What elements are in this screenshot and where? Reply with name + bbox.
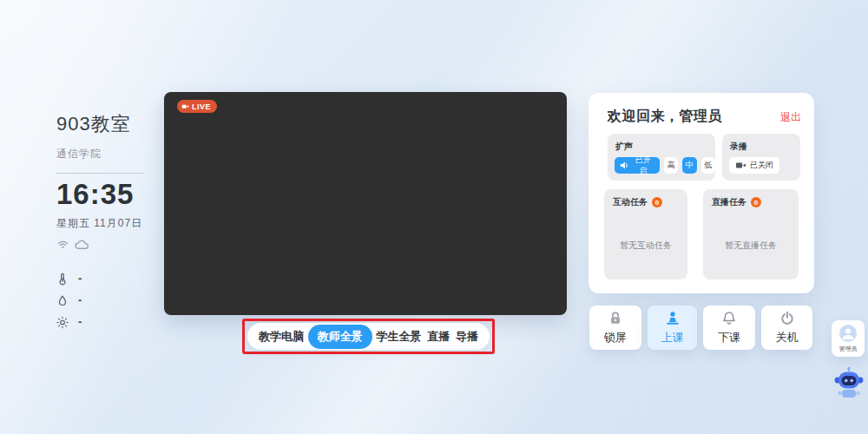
lock-screen-label: 锁屏 — [604, 330, 627, 345]
department-name: 通信学院 — [56, 147, 169, 161]
end-class-label: 下课 — [718, 330, 740, 345]
control-panel: 欢迎回来，管理员 退出 扩声 已开启 高 中 低 录播 — [589, 93, 814, 293]
user-name: 管理员 — [839, 345, 858, 353]
shutdown-button[interactable]: 关机 — [761, 306, 812, 350]
tab-teacher-panorama[interactable]: 教师全景 — [308, 325, 372, 349]
status-icons-row — [56, 239, 169, 251]
welcome-text: 欢迎回来，管理员 — [608, 108, 722, 126]
live-task-empty-text: 暂无直播任务 — [703, 240, 799, 252]
amplify-card: 扩声 已开启 高 中 低 — [608, 134, 715, 181]
live-badge: LIVE — [177, 100, 217, 113]
wifi-icon — [56, 239, 69, 251]
avatar — [839, 325, 857, 342]
user-card[interactable]: 管理员 — [832, 320, 865, 357]
humidity-icon — [56, 294, 69, 307]
logout-link[interactable]: 退出 — [780, 110, 801, 125]
amplify-status-label: 已开启 — [632, 155, 654, 177]
level-low-button[interactable]: 低 — [701, 157, 715, 174]
video-preview[interactable]: LIVE — [164, 92, 567, 315]
power-icon — [779, 311, 795, 326]
environment-list: - - - — [56, 272, 169, 329]
interactive-task-card: 互动任务 0 暂无互动任务 — [604, 189, 687, 279]
level-medium-button[interactable]: 中 — [682, 157, 696, 174]
brightness-icon — [56, 316, 69, 329]
humidity-value: - — [78, 294, 82, 306]
level-high-button[interactable]: 高 — [664, 157, 678, 174]
record-status-button[interactable]: 已关闭 — [729, 157, 779, 174]
thermometer-icon — [56, 273, 69, 286]
temperature-value: - — [78, 273, 82, 285]
brightness-row: - — [56, 315, 169, 329]
lock-screen-button[interactable]: 锁屏 — [589, 306, 641, 350]
start-class-button[interactable]: 上课 — [648, 306, 697, 350]
tab-teaching-pc[interactable]: 教学电脑 — [257, 326, 306, 348]
camcorder-icon — [735, 161, 746, 170]
live-label: LIVE — [192, 102, 211, 111]
classroom-control-screen: 903教室 通信学院 16:35 星期五 11月07日 - — [0, 0, 868, 434]
live-task-card: 直播任务 0 暂无直播任务 — [703, 189, 799, 279]
broadcast-icon — [181, 102, 189, 110]
live-task-count-badge: 0 — [751, 197, 761, 207]
interactive-task-title: 互动任务 — [613, 196, 648, 208]
cloud-icon — [75, 239, 89, 251]
bell-icon — [721, 311, 737, 326]
amplify-status-button[interactable]: 已开启 — [615, 157, 660, 174]
shutdown-label: 关机 — [776, 330, 799, 345]
amplify-title: 扩声 — [615, 141, 633, 153]
start-class-label: 上课 — [661, 330, 684, 345]
temperature-row: - — [56, 272, 169, 286]
sidebar-divider — [56, 173, 143, 174]
record-card: 录播 已关闭 — [722, 134, 800, 181]
clock-time: 16:35 — [56, 178, 169, 211]
humidity-row: - — [56, 293, 169, 307]
lecturer-icon — [664, 311, 681, 326]
tab-live-stream[interactable]: 直播 — [425, 326, 451, 348]
interactive-task-count-badge: 0 — [652, 197, 662, 207]
live-task-title: 直播任务 — [712, 196, 746, 208]
clock-date: 星期五 11月07日 — [56, 216, 169, 231]
tab-director[interactable]: 导播 — [454, 326, 480, 348]
brightness-value: - — [78, 316, 82, 328]
record-title: 录播 — [730, 141, 747, 153]
room-name: 903教室 — [56, 111, 169, 137]
record-status-label: 已关闭 — [750, 160, 773, 171]
lock-icon — [608, 311, 623, 326]
tab-student-panorama[interactable]: 学生全景 — [375, 326, 424, 348]
end-class-button[interactable]: 下课 — [703, 306, 755, 350]
camera-tab-bar: 教学电脑 教师全景 学生全景 直播 导播 — [247, 323, 490, 350]
interactive-task-empty-text: 暂无互动任务 — [604, 240, 687, 252]
assistant-robot-icon[interactable] — [833, 366, 865, 401]
sidebar: 903教室 通信学院 16:35 星期五 11月07日 - — [56, 111, 169, 329]
speaker-icon — [620, 161, 629, 170]
